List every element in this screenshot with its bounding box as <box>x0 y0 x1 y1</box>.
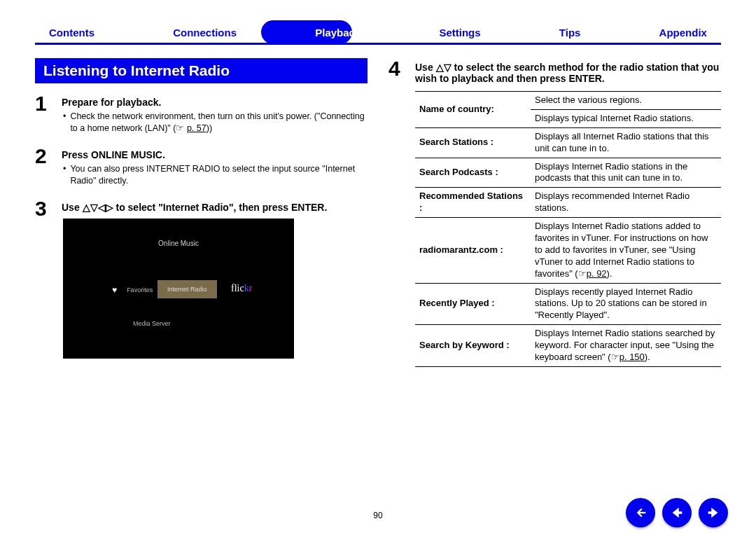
step-heading: Use △▽ to select the search method for t… <box>415 62 721 84</box>
row-label: Search Stations : <box>415 127 531 158</box>
home-button[interactable] <box>626 498 655 527</box>
step-4: 4 Use △▽ to select the search method for… <box>388 58 721 367</box>
step-heading: Prepare for playback. <box>62 97 368 108</box>
screen-favorites: ♥ Favorites <box>112 285 153 295</box>
table-row: Search Podcasts : Displays Internet Radi… <box>415 158 721 188</box>
row-label: Recommended Stations : <box>415 188 531 218</box>
right-column: 4 Use △▽ to select the search method for… <box>388 58 721 377</box>
screen-flickr: flickr <box>231 283 252 294</box>
row-desc: Displays recommended Internet Radio stat… <box>531 188 721 218</box>
row-desc: Displays recently played Internet Radio … <box>531 283 721 325</box>
page-link-57[interactable]: p. 57 <box>187 123 206 133</box>
row-desc: Select the various regions. <box>531 92 721 110</box>
nav-playback[interactable]: Playback <box>301 21 374 44</box>
heart-icon: ♥ <box>112 285 117 295</box>
step-number: 1 <box>35 93 53 136</box>
screen-selected: Internet Radio <box>158 280 217 298</box>
nav-appendix[interactable]: Appendix <box>645 21 721 44</box>
table-row: radiomarantz.com : Displays Internet Rad… <box>415 218 721 283</box>
bullet-text: Check the network environment, then turn… <box>70 111 364 133</box>
table-row: Recommended Stations : Displays recommen… <box>415 188 721 218</box>
bullet: • Check the network environment, then tu… <box>62 111 368 134</box>
row-desc: Displays typical Internet Radio stations… <box>531 109 721 127</box>
nav-tips[interactable]: Tips <box>545 21 595 44</box>
table-row: Name of country: Select the various regi… <box>415 92 721 110</box>
row-label: Name of country: <box>415 92 531 128</box>
step-2: 2 Press ONLINE MUSIC. • You can also pre… <box>35 146 368 188</box>
bullet-text: You can also press INTERNET RADIO to sel… <box>70 163 368 187</box>
row-label: Search by Keyword : <box>415 325 531 367</box>
arrow-icons: △▽ <box>436 62 451 73</box>
top-nav: Contents Connections Playback Settings T… <box>0 21 756 44</box>
row-desc: Displays all Internet Radio stations tha… <box>531 127 721 158</box>
next-page-button[interactable] <box>699 498 728 527</box>
screen-media-server: Media Server <box>133 320 171 327</box>
step-3: 3 Use △▽◁▷ to select "Internet Radio", t… <box>35 198 368 359</box>
table-row: Recently Played : Displays recently play… <box>415 283 721 325</box>
step-heading: Use △▽◁▷ to select "Internet Radio", the… <box>62 202 368 213</box>
section-title: Listening to Internet Radio <box>35 58 368 83</box>
step-number: 4 <box>388 58 407 367</box>
nav-settings[interactable]: Settings <box>425 21 494 44</box>
search-methods-table: Name of country: Select the various regi… <box>415 91 721 367</box>
page-link-150[interactable]: p. 150 <box>620 352 645 362</box>
nav-divider <box>35 43 721 45</box>
page-nav-buttons <box>626 498 728 527</box>
step-heading: Press ONLINE MUSIC. <box>62 149 368 160</box>
screen-title: Online Music <box>63 240 294 247</box>
arrow-left-icon <box>669 505 685 520</box>
row-desc: Displays Internet Radio stations added t… <box>531 218 721 283</box>
row-label: Recently Played : <box>415 283 531 325</box>
step-number: 3 <box>35 198 53 359</box>
row-desc: Displays Internet Radio stations searche… <box>531 325 721 367</box>
table-row: Search by Keyword : Displays Internet Ra… <box>415 325 721 367</box>
step-number: 2 <box>35 146 53 188</box>
step-1: 1 Prepare for playback. • Check the netw… <box>35 93 368 136</box>
return-arrow-icon <box>633 505 648 520</box>
arrow-right-icon <box>706 505 721 520</box>
page-link-92[interactable]: p. 92 <box>587 268 607 279</box>
table-row: Search Stations : Displays all Internet … <box>415 127 721 158</box>
nav-connections[interactable]: Connections <box>159 21 251 44</box>
arrow-icons: △▽◁▷ <box>83 202 113 213</box>
bullet: • You can also press INTERNET RADIO to s… <box>62 163 368 187</box>
left-column: Listening to Internet Radio 1 Prepare fo… <box>35 58 368 377</box>
tv-screen: Online Music ♥ Favorites Internet Radio … <box>63 219 294 359</box>
row-label: Search Podcasts : <box>415 158 531 188</box>
nav-contents[interactable]: Contents <box>35 21 108 44</box>
row-label: radiomarantz.com : <box>415 218 531 283</box>
prev-page-button[interactable] <box>662 498 692 527</box>
row-desc: Displays Internet Radio stations in the … <box>531 158 721 188</box>
